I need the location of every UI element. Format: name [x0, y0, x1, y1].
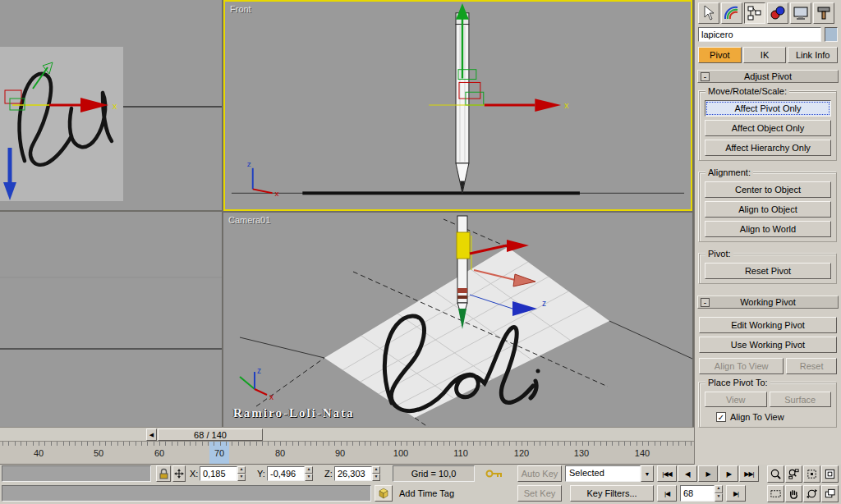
- z-coordinate-input[interactable]: [334, 466, 372, 481]
- spinner-up-icon[interactable]: ▲: [372, 466, 380, 474]
- x-coordinate-label: X:: [190, 469, 198, 479]
- spinner-up-icon[interactable]: ▲: [237, 466, 246, 474]
- axis-x-label: x: [113, 101, 117, 111]
- viewport-front[interactable]: x z x Front: [223, 0, 692, 211]
- ink-i-dot: [536, 369, 540, 373]
- z-coordinate-label: Z:: [324, 469, 333, 479]
- place-view-button[interactable]: View: [705, 392, 767, 407]
- current-frame-spinner[interactable]: ▲ ▼: [715, 485, 723, 502]
- spinner-down-icon[interactable]: ▼: [237, 474, 246, 481]
- align-to-object-button[interactable]: Align to Object: [705, 201, 831, 218]
- z-coordinate-spinner[interactable]: ▲ ▼: [372, 466, 380, 481]
- collapse-icon[interactable]: -: [701, 298, 710, 307]
- modify-rainbow-icon: [723, 4, 741, 22]
- pan-hand-icon: [788, 488, 800, 500]
- object-name-row: [698, 27, 838, 42]
- selection-lock-button[interactable]: [156, 465, 171, 482]
- play-button[interactable]: ▶: [698, 465, 718, 482]
- tab-modify[interactable]: [721, 2, 742, 24]
- align-to-view-checkbox[interactable]: ✓: [716, 412, 726, 422]
- subtab-ik[interactable]: IK: [743, 47, 787, 63]
- subtab-pivot[interactable]: Pivot: [698, 47, 742, 63]
- y-coordinate-input[interactable]: [267, 466, 305, 481]
- track-bar-ruler[interactable]: 40 50 60 70 80 90 100 110 120 130 140: [0, 441, 694, 465]
- object-color-swatch[interactable]: [825, 27, 838, 42]
- tab-hierarchy[interactable]: [744, 2, 765, 24]
- zoom-button[interactable]: [767, 465, 784, 483]
- auto-key-button[interactable]: Auto Key: [517, 465, 562, 482]
- affect-object-only-button[interactable]: Affect Object Only: [705, 120, 831, 136]
- edit-working-pivot-button[interactable]: Edit Working Pivot: [699, 317, 837, 333]
- watermark-text: Ramiro-Loli-Nata: [233, 406, 355, 420]
- place-surface-button[interactable]: Surface: [770, 392, 832, 407]
- viewport-left-bottom[interactable]: [0, 212, 222, 427]
- rollout-adjust-pivot[interactable]: - Adjust Pivot: [697, 70, 839, 83]
- pan-button[interactable]: [785, 485, 802, 502]
- spinner-up-icon[interactable]: ▲: [715, 485, 723, 493]
- subtab-link-info[interactable]: Link Info: [788, 47, 838, 63]
- zoom-extents-all-button[interactable]: [821, 465, 839, 483]
- selection-set-dropdown[interactable]: Selected ▼: [565, 465, 654, 482]
- set-key-button[interactable]: Set Key: [517, 485, 562, 502]
- pencil-band: [457, 296, 467, 299]
- time-tag-button[interactable]: [375, 485, 393, 502]
- tab-motion[interactable]: [767, 2, 788, 24]
- affect-hierarchy-only-button[interactable]: Affect Hierarchy Only: [705, 140, 831, 156]
- current-frame-input[interactable]: [680, 485, 715, 502]
- command-panel: Pivot IK Link Info - Adjust Pivot Move/R…: [694, 0, 841, 465]
- affect-pivot-only-button[interactable]: Affect Pivot Only: [705, 100, 831, 117]
- time-slider-left-arrow[interactable]: ◀: [146, 428, 157, 441]
- spinner-up-icon[interactable]: ▲: [305, 466, 313, 474]
- absolute-offset-toggle[interactable]: [172, 465, 186, 482]
- object-name-input[interactable]: [698, 27, 821, 42]
- x-coordinate-spinner[interactable]: ▲ ▼: [237, 466, 246, 481]
- center-to-object-button[interactable]: Center to Object: [705, 181, 831, 198]
- spinner-down-icon[interactable]: ▼: [305, 474, 313, 481]
- y-coordinate-spinner[interactable]: ▲ ▼: [305, 466, 313, 481]
- key-filters-button[interactable]: Key Filters...: [570, 485, 654, 502]
- viewport-left-bottom-canvas: [0, 212, 222, 427]
- ruler-tick-label: 90: [335, 448, 345, 458]
- spinner-down-icon[interactable]: ▼: [372, 474, 380, 481]
- ruler-tick-label: 120: [514, 448, 529, 458]
- ruler-tick-label: 50: [94, 448, 103, 458]
- use-working-pivot-button[interactable]: Use Working Pivot: [699, 337, 837, 353]
- zoom-all-button[interactable]: [785, 465, 802, 483]
- viewport-camera[interactable]: z z x Camera01 Ramiro-Loli-Nata: [223, 213, 692, 427]
- align-to-world-button[interactable]: Align to World: [705, 221, 831, 237]
- go-to-end-button[interactable]: ▶▶|: [739, 465, 759, 482]
- previous-frame-button[interactable]: ◀|: [678, 465, 697, 482]
- previous-key-button[interactable]: |◀: [657, 485, 677, 502]
- viewport-front-canvas: x z x: [225, 2, 691, 209]
- axis-x-label: x: [564, 100, 569, 110]
- next-key-button[interactable]: ▶|: [726, 485, 746, 502]
- maximize-viewport-toggle-button[interactable]: [821, 485, 839, 502]
- next-frame-button[interactable]: |▶: [719, 465, 738, 482]
- group-title: Pivot:: [705, 249, 733, 259]
- time-slider-thumb[interactable]: 68 / 140: [158, 428, 263, 441]
- go-to-start-button[interactable]: |◀◀: [657, 465, 677, 482]
- reset-working-pivot-button[interactable]: Reset: [786, 358, 837, 374]
- collapse-icon[interactable]: -: [701, 72, 710, 81]
- arc-rotate-icon: [806, 488, 818, 500]
- key-mode-button[interactable]: [483, 465, 506, 483]
- tab-display[interactable]: [790, 2, 811, 24]
- reset-pivot-button[interactable]: Reset Pivot: [705, 263, 831, 279]
- tab-utilities[interactable]: [813, 2, 834, 24]
- viewport-label-camera[interactable]: Camera01: [228, 215, 270, 225]
- time-slider-track[interactable]: ◀ 68 / 140: [0, 427, 694, 441]
- arc-rotate-button[interactable]: [803, 485, 820, 502]
- align-to-view-button[interactable]: Align To View: [699, 358, 784, 374]
- x-coordinate-input[interactable]: [200, 466, 237, 481]
- viewport-left-top[interactable]: x: [0, 0, 222, 210]
- tab-create[interactable]: [698, 2, 719, 24]
- zoom-extents-button[interactable]: [803, 465, 820, 483]
- rollout-working-pivot[interactable]: - Working Pivot: [697, 296, 839, 309]
- viewport-camera-canvas: z z x: [223, 213, 692, 427]
- spinner-down-icon[interactable]: ▼: [715, 493, 723, 502]
- add-time-tag-field[interactable]: Add Time Tag: [399, 488, 454, 498]
- ruler-tick-label: 40: [34, 448, 44, 458]
- field-of-view-button[interactable]: [767, 485, 784, 502]
- viewport-label-front[interactable]: Front: [230, 4, 251, 14]
- dropdown-arrow-icon[interactable]: ▼: [641, 465, 654, 482]
